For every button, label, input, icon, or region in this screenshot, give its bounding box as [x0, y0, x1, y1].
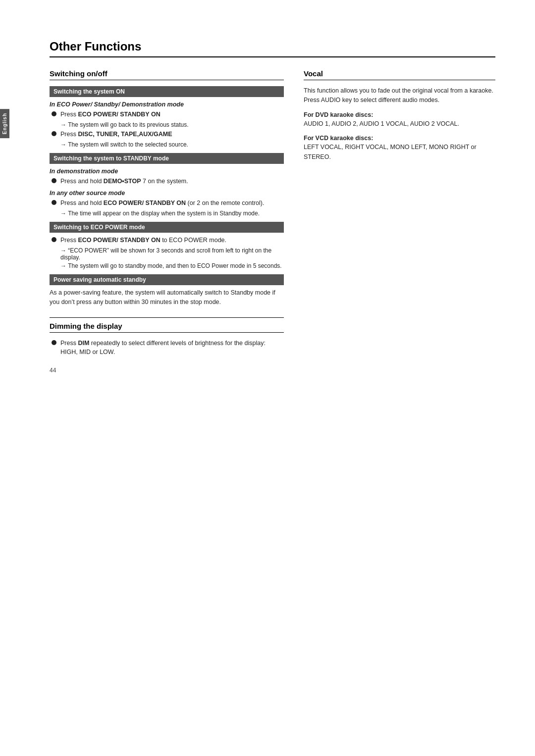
dim-suffix: repeatedly to select different levels of…	[60, 340, 266, 356]
right-column: Vocal This function allows you to fade o…	[304, 69, 495, 359]
vocal-section: Vocal This function allows you to fade o…	[304, 69, 495, 162]
bullet-eco-power: Press ECO POWER/ STANDBY ON	[52, 110, 284, 119]
bullet-disc-tuner: Press DISC, TUNER, TAPE,AUX/GAME	[52, 130, 284, 139]
bullet-dim: Press DIM repeatedly to select different…	[52, 339, 284, 357]
bullet-any-source: Press and hold ECO POWER/ STANDBY ON (or…	[52, 199, 284, 208]
bold-dim: DIM	[78, 340, 89, 347]
bullet-dot-4	[52, 200, 56, 205]
bullet-text-2: Press DISC, TUNER, TAPE,AUX/GAME	[60, 130, 172, 139]
vcd-label: For VCD karaoke discs:	[304, 135, 495, 142]
bullet-text-5: Press ECO POWER/ STANDBY ON to ECO POWER…	[60, 236, 226, 245]
arrow-note-2: The system will switch to the selected s…	[60, 141, 284, 148]
arrow-note-3: The time will appear on the display when…	[60, 210, 284, 217]
dimming-heading: Dimming the display	[50, 322, 284, 333]
switching-section: Switching on/off Switching the system ON…	[50, 69, 284, 307]
vocal-heading: Vocal	[304, 69, 495, 80]
language-tab: English	[0, 109, 9, 138]
banner-standby: Switching the system to STANDBY mode	[50, 153, 284, 164]
content-columns: Switching on/off Switching the system ON…	[50, 69, 495, 359]
page-number: 44	[50, 367, 56, 374]
banner-system-on: Switching the system ON	[50, 86, 284, 97]
arrow-note-eco-2: The system will go to standby mode, and …	[60, 262, 284, 269]
arrow-note-eco-1: “ECO POWER” will be shown for 3 seconds …	[60, 247, 284, 261]
dvd-label: For DVD karaoke discs:	[304, 111, 495, 118]
page-wrapper: English Other Functions Switching on/off…	[0, 0, 535, 399]
bold-eco-standby: ECO POWER/ STANDBY ON	[104, 200, 186, 206]
bullet-demo: Press and hold DEMO•STOP 7 on the system…	[52, 177, 284, 186]
vocal-intro: This function allows you to fade out the…	[304, 86, 495, 105]
bullet-text-dim: Press DIM repeatedly to select different…	[60, 339, 284, 357]
bullet-dot-1	[52, 111, 56, 116]
arrow-note-1: The system will go back to its previous …	[60, 121, 284, 128]
bullet-text-1: Press ECO POWER/ STANDBY ON	[60, 110, 160, 119]
any-source-suffix: (or 2 on the remote control).	[186, 200, 264, 206]
dvd-content: AUDIO 1, AUDIO 2, AUDIO 1 VOCAL, AUDIO 2…	[304, 119, 495, 129]
eco-suffix: to ECO POWER mode.	[160, 237, 226, 244]
any-source-heading: In any other source mode	[50, 190, 284, 197]
demo-suffix: 7 on the system.	[141, 178, 188, 185]
bullet-dot-dim	[52, 340, 56, 345]
bullet-dot-2	[52, 131, 56, 136]
page-title: Other Functions	[50, 40, 495, 57]
bullet-dot-5	[52, 237, 56, 242]
left-column: Switching on/off Switching the system ON…	[50, 69, 284, 359]
eco-standby-demo-heading: In ECO Power/ Standby/ Demonstration mod…	[50, 101, 284, 108]
bold-demo-stop: DEMO•STOP	[104, 178, 141, 185]
bullet-dot-3	[52, 178, 56, 183]
demo-mode-heading: In demonstration mode	[50, 168, 284, 175]
bold-eco-power: ECO POWER/ STANDBY ON	[78, 111, 160, 118]
banner-eco: Switching to ECO POWER mode	[50, 222, 284, 233]
bold-disc-tuner: DISC, TUNER, TAPE,AUX/GAME	[78, 131, 172, 138]
switching-heading: Switching on/off	[50, 69, 284, 80]
power-saving-para: As a power-saving feature, the system wi…	[50, 288, 284, 307]
bold-eco-standby-on: ECO POWER/ STANDBY ON	[78, 237, 160, 244]
dimming-section: Dimming the display Press DIM repeatedly…	[50, 317, 284, 357]
banner-power: Power saving automatic standby	[50, 274, 284, 285]
vcd-content: LEFT VOCAL, RIGHT VOCAL, MONO LEFT, MONO…	[304, 143, 495, 162]
bullet-text-3: Press and hold DEMO•STOP 7 on the system…	[60, 177, 188, 186]
bullet-eco: Press ECO POWER/ STANDBY ON to ECO POWER…	[52, 236, 284, 245]
bullet-text-4: Press and hold ECO POWER/ STANDBY ON (or…	[60, 199, 264, 208]
